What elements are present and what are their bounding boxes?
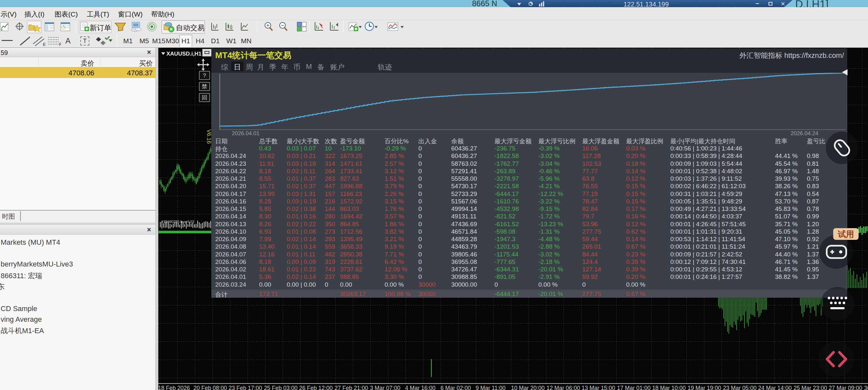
svg-text:F: F: [59, 42, 61, 46]
svg-text:E: E: [43, 42, 46, 46]
svg-text:+: +: [267, 23, 270, 28]
svg-text:−: −: [281, 23, 284, 28]
